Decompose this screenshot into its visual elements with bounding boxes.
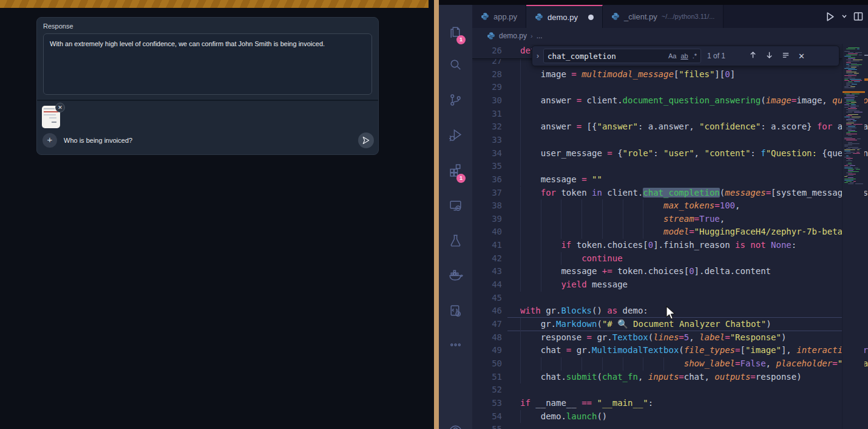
line-number: 36 [472,173,502,187]
code-line[interactable]: 33 [472,134,842,147]
tab-app-py[interactable]: app.py [472,5,526,28]
code-line[interactable]: 48 response = gr.Textbox(lines=5, label=… [472,331,842,345]
line-number: 31 [472,108,502,121]
code-line[interactable]: 46with gr.Blocks() as demo: [472,304,842,318]
python-file-icon [611,12,620,21]
breadcrumb-symbol[interactable]: ... [537,32,543,40]
tab-label: app.py [493,12,517,21]
overview-ruler[interactable] [864,44,868,429]
send-button[interactable] [358,132,374,148]
line-number: 46 [472,304,502,318]
find-input[interactable]: chat_completion Aa ab .* [543,49,701,63]
line-number: 32 [472,120,502,134]
line-number: 45 [472,292,502,305]
remove-attachment-button[interactable]: ✕ [55,103,65,112]
chat-message-input[interactable]: Who is being invoiced? [64,133,132,148]
next-match-button[interactable] [765,51,773,61]
regex-icon[interactable]: .* [693,52,697,60]
send-arrow-icon [362,136,370,145]
code-line[interactable]: 43 message += token.choices[0].delta.con… [472,265,842,278]
indent-guide [520,108,521,121]
mouse-pointer [665,306,677,320]
window-divider[interactable] [434,0,439,429]
code-line[interactable]: 40 model="HuggingFaceH4/zephyr-7b-beta")… [472,225,842,239]
response-label: Response [43,22,73,30]
code-editor[interactable]: 2728 image = multimodal_message["files"]… [472,44,868,429]
breadcrumb-separator: › [531,32,533,39]
minimap[interactable] [842,44,864,429]
line-number: 44 [472,278,502,292]
code-line[interactable]: 42 continue [472,252,842,266]
gradio-app-window: Response With an extremely high level of… [0,0,434,429]
code-line[interactable]: 54 demo.launch() [472,410,842,424]
chat-panel: Response With an extremely high level of… [36,17,379,155]
activity-explorer-icon[interactable]: 1 [439,17,472,46]
line-number: 41 [472,239,502,252]
code-line[interactable]: 50 show_label=False, placeholder="Upload… [472,357,842,371]
code-line[interactable]: 28 image = multimodal_message["files"][0… [472,68,842,81]
line-number: 33 [472,134,502,147]
editor-actions [820,5,868,28]
code-line[interactable]: 55 [472,423,842,429]
activity-testing-icon[interactable] [439,225,472,255]
browser-theme-bar [0,0,429,8]
run-button-icon[interactable] [825,12,835,22]
code-line[interactable]: 39 stream=True, [472,213,842,226]
code-line[interactable]: 34 user_message = {"role": "user", "cont… [472,147,842,160]
close-find-icon[interactable]: ✕ [798,52,805,61]
toggle-replace-chevron-icon[interactable]: › [532,52,543,60]
badge: 1 [456,174,466,183]
python-file-icon [487,32,495,40]
code-line[interactable]: 44 yield message [472,278,842,292]
code-line[interactable]: 49 chat = gr.MultimodalTextbox(file_type… [472,344,842,357]
code-line[interactable]: 53if __name__ == "__main__": [472,397,842,410]
code-line[interactable]: 31 [472,108,842,121]
code-line[interactable]: 35 [472,160,842,173]
find-widget: › chat_completion Aa ab .* 1 of 1 ✕ [532,46,839,66]
activity-task-runner-icon[interactable] [439,296,472,325]
code-line[interactable]: 52 [472,383,842,397]
find-in-selection-icon[interactable] [782,51,790,61]
tab-description: ~/.../python3.11/... [662,13,715,20]
breadcrumb-file[interactable]: demo.py [499,32,527,40]
split-editor-icon[interactable] [853,12,863,21]
add-file-button[interactable]: + [42,133,57,148]
run-dropdown-chevron-icon[interactable] [841,13,847,19]
activity-bar: 11 [439,5,472,429]
code-line[interactable]: 36 message = "" [472,173,842,187]
response-textarea[interactable]: With an extremely high level of confiden… [43,33,372,95]
code-line[interactable]: 38 max_tokens=100, [472,199,842,213]
activity-account-icon[interactable] [439,418,472,429]
line-number: 51 [472,371,502,384]
line-number: 40 [472,225,502,239]
whole-word-icon[interactable]: ab [680,52,688,60]
previous-match-button[interactable] [749,51,757,61]
unsaved-dot-icon[interactable] [588,15,594,20]
code-line[interactable]: 30 answer = client.document_question_ans… [472,94,842,108]
line-number: 42 [472,252,502,266]
tab-demo-py[interactable]: demo.py [526,5,603,28]
close-icon: ✕ [58,105,63,111]
activity-source-control-icon[interactable] [439,85,472,114]
line-number: 52 [472,383,502,397]
activity-more-icon[interactable] [439,330,472,359]
find-query[interactable]: chat_completion [548,52,664,61]
match-case-icon[interactable]: Aa [668,52,676,60]
activity-run-debug-icon[interactable] [439,120,472,149]
breadcrumb[interactable]: demo.py › ... [472,28,868,44]
activity-docker-icon[interactable] [439,261,472,290]
line-number: 34 [472,147,502,160]
line-number: 28 [472,68,502,81]
code-line[interactable]: 29 [472,81,842,94]
code-line[interactable]: 37 for token in client.chat_completion(m… [472,187,842,200]
activity-remote-explorer-icon[interactable] [439,191,472,220]
tab-_client-py[interactable]: _client.py~/.../python3.11/... [603,5,724,28]
indent-guide [520,81,521,94]
code-line[interactable]: 41 if token.choices[0].finish_reason is … [472,239,842,252]
code-line[interactable]: 47 gr.Markdown("# 🔍 Document Analyzer Ch… [472,318,842,331]
code-line[interactable]: 51 chat.submit(chat_fn, inputs=chat, out… [472,371,842,384]
activity-search-icon[interactable] [439,50,472,79]
activity-extensions-icon[interactable]: 1 [439,156,472,185]
code-line[interactable]: 45 [472,292,842,305]
code-line[interactable]: 32 answer = [{"answer": a.answer, "confi… [472,120,842,134]
